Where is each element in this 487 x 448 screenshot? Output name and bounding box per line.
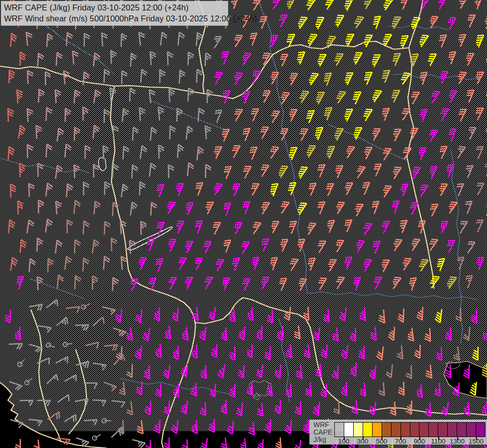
title-line-windshear: WRF Wind shear (m/s) 500/1000hPa Friday … <box>4 13 226 24</box>
country-border-layer <box>0 0 487 448</box>
legend-tick-label: 1500 <box>469 438 484 445</box>
legend-color-cell <box>363 423 373 437</box>
legend-label-cape: CAPE <box>313 429 332 436</box>
legend-label-unit: J/kg <box>313 436 332 444</box>
legend-label-wrf: WRF <box>313 421 332 429</box>
legend-tick-label: 1300 <box>450 438 465 445</box>
legend-color-cell <box>344 423 354 437</box>
title-line-cape: WRF CAPE (J/kg) Friday 03-10-2025 12:00 … <box>4 2 226 13</box>
legend-color-cell <box>457 423 467 437</box>
legend-color-cell <box>401 423 410 437</box>
legend-color-cell <box>335 423 344 437</box>
legend-tick-label: 100 <box>338 438 350 445</box>
legend-color-cell <box>467 423 476 437</box>
legend-tick-label: 500 <box>376 438 388 445</box>
legend-side-label: WRF CAPE J/kg <box>313 421 332 444</box>
legend-color-cell <box>429 423 438 437</box>
legend-color-cell <box>354 423 363 437</box>
legend-color-cell <box>410 423 420 437</box>
legend-colorbar <box>334 422 486 437</box>
legend-color-cell <box>373 423 382 437</box>
map-title-box: WRF CAPE (J/kg) Friday 03-10-2025 12:00 … <box>1 1 228 26</box>
legend-color-cell <box>438 423 448 437</box>
cape-legend: WRF CAPE J/kg 10030050070090011001300150… <box>309 420 487 445</box>
legend-tick-label: 300 <box>357 438 369 445</box>
legend-tick-label: 1100 <box>431 438 445 445</box>
legend-color-cell <box>419 423 429 437</box>
legend-color-cell <box>448 423 457 437</box>
legend-color-cell <box>476 423 485 437</box>
legend-tick-label: 900 <box>414 438 425 445</box>
map-graphics <box>0 0 487 448</box>
river-layer <box>0 0 482 402</box>
legend-color-cell <box>382 423 391 437</box>
wind-barb-layer <box>4 0 487 448</box>
legend-color-cell <box>391 423 401 437</box>
legend-tick-label: 700 <box>395 438 406 445</box>
weather-map-canvas: WRF CAPE (J/kg) Friday 03-10-2025 12:00 … <box>0 0 487 448</box>
